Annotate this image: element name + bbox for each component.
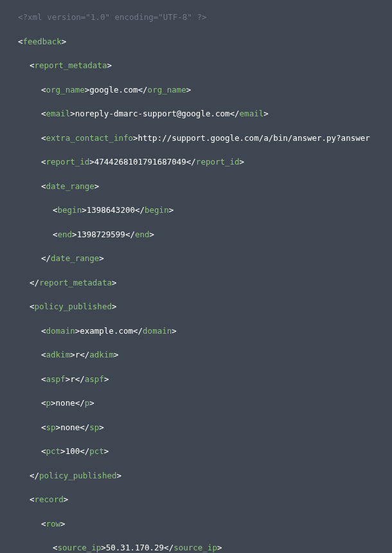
xml-line: <p>none</p> xyxy=(41,397,392,410)
xml-line: <report_id>4744268101791687049</report_i… xyxy=(41,156,392,168)
xml-line: <date_range> xyxy=(41,181,392,193)
xml-line: </date_range> xyxy=(41,253,392,265)
xml-line: <extra_contact_info>http://support.googl… xyxy=(41,132,392,145)
xml-line: <pct>100</pct> xyxy=(41,446,392,458)
xml-line: <email>noreply-dmarc-support@google.com<… xyxy=(41,108,392,120)
xml-line: <end>1398729599</end> xyxy=(53,229,392,241)
xml-line: <domain>example.com</domain> xyxy=(41,325,392,338)
xml-code-block: <?xml version="1.0" encoding="UTF-8" ?> … xyxy=(0,0,392,553)
xml-line: <aspf>r</aspf> xyxy=(41,374,392,386)
xml-line: <row> xyxy=(41,518,392,530)
xml-line: <source_ip>50.31.170.29</source_ip> xyxy=(53,542,392,553)
xml-line: <adkim>r</adkim> xyxy=(41,349,392,361)
xml-line: <policy_published> xyxy=(30,301,392,313)
xml-line: <begin>1398643200</begin> xyxy=(53,204,392,217)
xml-line: <org_name>google.com</org_name> xyxy=(41,84,392,96)
xml-prolog: <?xml version="1.0" encoding="UTF-8" ?> xyxy=(18,12,392,24)
xml-line: </policy_published> xyxy=(30,470,392,482)
xml-line: <record> xyxy=(30,494,392,506)
xml-line: <feedback> xyxy=(18,36,392,48)
xml-line: </report_metadata> xyxy=(30,277,392,289)
xml-line: <sp>none</sp> xyxy=(41,422,392,434)
xml-line: <report_metadata> xyxy=(30,60,392,72)
